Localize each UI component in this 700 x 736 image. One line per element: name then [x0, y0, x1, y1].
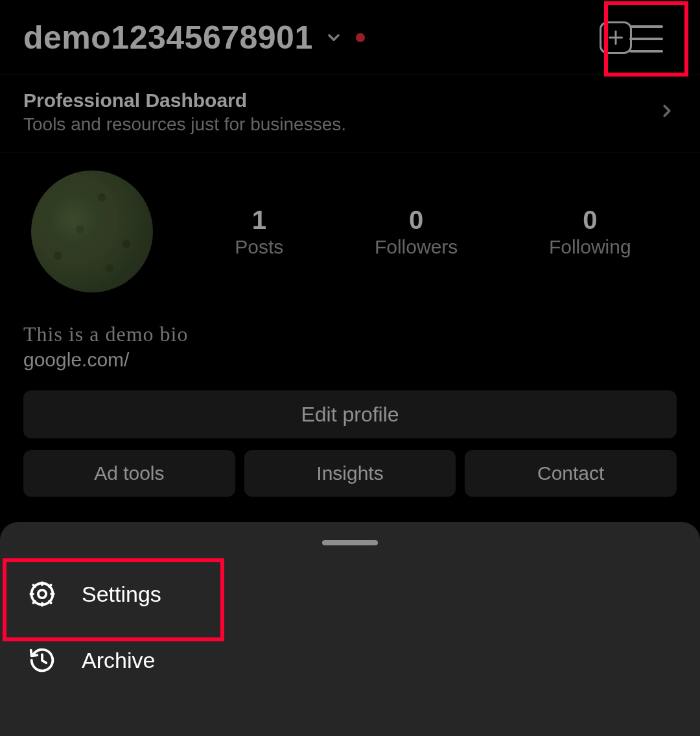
- history-icon: [26, 644, 58, 676]
- account-switcher[interactable]: demo12345678901: [23, 19, 365, 56]
- avatar[interactable]: [31, 171, 153, 292]
- menu-item-label: Settings: [82, 582, 161, 607]
- menu-item-settings[interactable]: Settings: [0, 561, 700, 627]
- insights-button[interactable]: Insights: [244, 450, 456, 497]
- pro-dash-subtitle: Tools and resources just for businesses.: [23, 114, 657, 135]
- professional-dashboard-row[interactable]: Professional Dashboard Tools and resourc…: [0, 75, 700, 152]
- notification-dot-icon: [356, 33, 365, 42]
- highlight-hamburger: [604, 1, 688, 77]
- ad-tools-button[interactable]: Ad tools: [23, 450, 235, 497]
- profile-header: demo12345678901: [0, 0, 700, 75]
- chevron-down-icon: [325, 29, 343, 47]
- svg-point-1: [32, 584, 53, 605]
- username: demo12345678901: [23, 19, 313, 56]
- bio-link[interactable]: google.com/: [23, 349, 677, 371]
- svg-point-0: [38, 590, 46, 598]
- menu-item-label: Archive: [82, 648, 155, 673]
- stat-posts[interactable]: 1 Posts: [235, 206, 283, 258]
- gear-icon: [26, 578, 58, 610]
- bio: This is a demo bio google.com/: [23, 322, 677, 371]
- stat-value: 0: [375, 206, 458, 235]
- stat-label: Following: [549, 236, 631, 258]
- bio-text: This is a demo bio: [23, 322, 677, 346]
- stat-following[interactable]: 0 Following: [549, 206, 631, 258]
- stat-value: 1: [235, 206, 283, 235]
- contact-button[interactable]: Contact: [465, 450, 677, 497]
- pro-dash-title: Professional Dashboard: [23, 89, 657, 112]
- stat-value: 0: [549, 206, 631, 235]
- sheet-handle[interactable]: [322, 540, 378, 545]
- stats-row: 1 Posts 0 Followers 0 Following: [189, 206, 677, 258]
- profile-section: 1 Posts 0 Followers 0 Following This is …: [0, 152, 700, 497]
- hamburger-icon: [629, 25, 663, 53]
- stat-label: Posts: [235, 236, 283, 258]
- stat-followers[interactable]: 0 Followers: [375, 206, 458, 258]
- stat-label: Followers: [375, 236, 458, 258]
- chevron-right-icon: [657, 101, 677, 123]
- menu-item-archive[interactable]: Archive: [0, 627, 700, 693]
- menu-bottom-sheet: Settings Archive: [0, 522, 700, 736]
- edit-profile-button[interactable]: Edit profile: [23, 390, 677, 438]
- menu-button[interactable]: [629, 25, 663, 53]
